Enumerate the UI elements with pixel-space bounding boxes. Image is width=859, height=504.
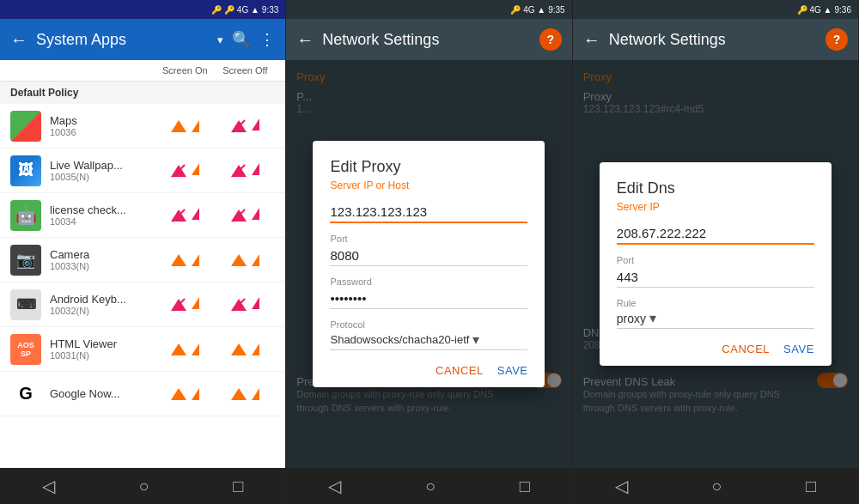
rule-dropdown-row: proxy ▾ <box>617 310 814 326</box>
app-id: 10032(N) <box>50 306 155 316</box>
save-button-proxy[interactable]: SAVE <box>497 364 528 377</box>
wifi-off-icon <box>171 208 186 223</box>
cancel-button-proxy[interactable]: CANCEL <box>436 364 484 377</box>
screen-off-icons <box>215 163 275 179</box>
list-item[interactable]: AOSSP HTML Viewer 10031(N) <box>0 327 285 372</box>
google-icon: G <box>10 379 41 410</box>
corner-tri-pink-icon <box>252 118 259 131</box>
nav-back-1[interactable]: ◁ <box>42 476 55 496</box>
app-info: Google Now... <box>50 387 155 400</box>
dialog-overlay-proxy: Edit Proxy Server IP or Host Port Passwo… <box>286 60 571 468</box>
nav-recents-2[interactable]: □ <box>520 477 530 496</box>
password-label: Password <box>330 276 527 287</box>
list-item[interactable]: 📷 Camera 10033(N) <box>0 238 285 282</box>
proxy-password-field: Password <box>330 276 527 309</box>
proxy-ip-input[interactable] <box>330 202 527 223</box>
screen-off-icons <box>215 297 275 313</box>
dropdown-arrow-icon[interactable]: ▾ <box>472 331 479 348</box>
signal-4g: 🔑 4G ▲ <box>224 5 259 15</box>
app-info: Camera 10033(N) <box>50 248 155 271</box>
corner-tri-pink-icon <box>252 297 259 309</box>
top-bar-2: ← Network Settings ? <box>286 19 571 60</box>
list-item[interactable]: 🤖 license check... 10034 <box>0 193 285 238</box>
wifi-off-icon <box>231 208 247 223</box>
screen-on-icons <box>155 208 215 223</box>
nav-home-3[interactable]: ○ <box>711 477 722 496</box>
corner-tri-pink-icon <box>252 163 259 175</box>
corner-tri-pink-icon <box>252 208 259 220</box>
bottom-nav-2: ◁ ○ □ <box>286 468 571 504</box>
proxy-port-input[interactable] <box>330 246 527 266</box>
nav-recents-1[interactable]: □ <box>233 477 243 496</box>
protocol-value: Shadowsocks/chacha20-ietf <box>330 333 469 346</box>
wifi-on-icon <box>231 254 247 266</box>
app-info: Live Wallpap... 10035(N) <box>50 159 155 182</box>
proxy-port-field: Port <box>330 234 527 266</box>
back-button-3[interactable]: ← <box>583 30 600 50</box>
bottom-nav-1: ◁ ○ □ <box>0 468 285 504</box>
rule-dropdown-arrow-icon[interactable]: ▾ <box>649 310 656 326</box>
cancel-button-dns[interactable]: CANCEL <box>722 343 770 355</box>
page-title-1: System Apps <box>36 31 209 49</box>
list-item[interactable]: Maps 10036 <box>0 104 285 149</box>
dialog-subtitle-dns: Server IP <box>617 201 814 213</box>
dns-rule-label: Rule <box>617 298 814 308</box>
proxy-password-input[interactable] <box>330 288 527 309</box>
nav-back-3[interactable]: ◁ <box>615 476 628 496</box>
list-item[interactable]: ⌨ Android Keyb... 10032(N) <box>0 282 285 327</box>
list-item[interactable]: 🖼 Live Wallpap... 10035(N) <box>0 149 285 193</box>
app-name: Live Wallpap... <box>50 159 155 172</box>
nav-recents-3[interactable]: □ <box>806 477 816 496</box>
wifi-off-icon <box>231 297 247 313</box>
screen-off-icons <box>215 208 275 223</box>
proxy-protocol-field: Protocol Shadowsocks/chacha20-ietf ▾ <box>330 319 527 350</box>
col-screen-on: Screen On <box>155 65 215 76</box>
proxy-ip-field <box>330 202 527 223</box>
panel-network-dns: 🔑 4G ▲ 9:36 ← Network Settings ? Proxy P… <box>573 0 859 504</box>
dropdown-icon-1[interactable]: ▾ <box>217 33 223 46</box>
status-icons-3: 🔑 4G ▲ 9:36 <box>797 5 851 15</box>
app-id: 10036 <box>50 127 155 137</box>
corner-tri-icon <box>192 343 199 355</box>
screen-on-icons <box>155 297 215 313</box>
app-id: 10031(N) <box>50 350 155 361</box>
app-list-container: Screen On Screen Off Default Policy Maps… <box>0 60 285 468</box>
menu-icon-1[interactable]: ⋮ <box>259 30 275 49</box>
app-name: HTML Viewer <box>50 337 155 350</box>
dns-port-input[interactable] <box>617 267 814 288</box>
corner-tri-icon <box>252 388 259 400</box>
status-bar-1: 🔑 🔑 4G ▲ 9:33 <box>0 0 285 19</box>
app-id: 10033(N) <box>50 261 155 271</box>
search-icon-1[interactable]: 🔍 <box>232 30 251 49</box>
help-button-3[interactable]: ? <box>825 28 848 51</box>
nav-home-2[interactable]: ○ <box>425 477 436 496</box>
screen-on-icons <box>155 343 215 355</box>
dialog-overlay-dns: Edit Dns Server IP Port Rule proxy ▾ <box>573 60 858 468</box>
app-list: Maps 10036 🖼 Live Wallpap... <box>0 104 285 416</box>
back-button-2[interactable]: ← <box>296 30 314 50</box>
screen-on-icons <box>155 163 215 179</box>
corner-tri-icon <box>252 254 259 266</box>
help-button-2[interactable]: ? <box>539 28 562 51</box>
app-name: Android Keyb... <box>50 293 155 306</box>
nav-home-1[interactable]: ○ <box>139 477 149 496</box>
corner-tri-pink-icon <box>192 208 199 220</box>
rule-value: proxy <box>617 312 646 325</box>
save-button-dns[interactable]: SAVE <box>783 343 814 355</box>
list-item[interactable]: G Google Now... <box>0 372 285 416</box>
dns-ip-input[interactable] <box>617 223 814 245</box>
corner-tri-icon <box>192 163 199 175</box>
port-label: Port <box>330 234 527 244</box>
maps-icon <box>10 111 41 142</box>
back-button-1[interactable]: ← <box>10 30 27 50</box>
nav-back-2[interactable]: ◁ <box>328 476 341 496</box>
app-name: Camera <box>50 248 155 261</box>
network-content-2: Proxy P... 1... Edit Proxy Server IP or … <box>286 60 571 468</box>
app-info: Android Keyb... 10032(N) <box>50 293 155 316</box>
edit-dns-dialog: Edit Dns Server IP Port Rule proxy ▾ <box>600 162 832 366</box>
screen-off-icons <box>215 388 275 400</box>
html-icon: AOSSP <box>10 334 41 365</box>
status-icons-1: 🔑 🔑 4G ▲ 9:33 <box>211 5 278 15</box>
wifi-off-icon <box>171 163 186 179</box>
key-icon-2: 🔑 <box>510 5 521 15</box>
